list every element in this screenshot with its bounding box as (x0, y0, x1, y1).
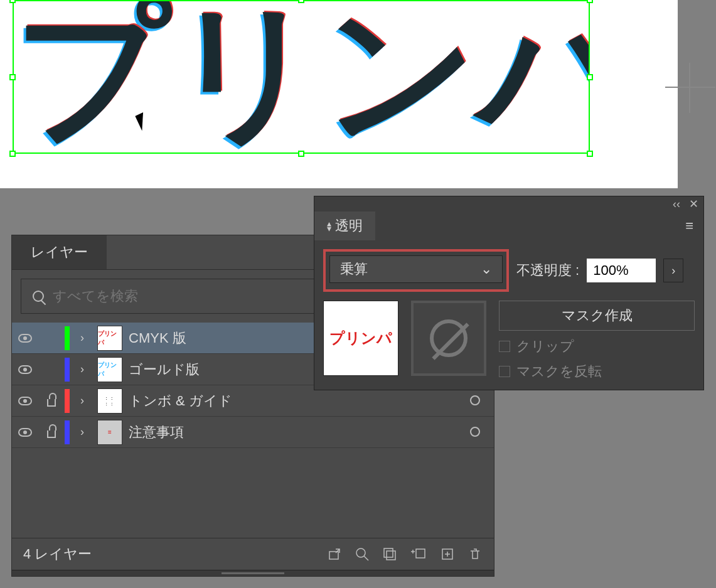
clip-label: クリップ (516, 337, 574, 356)
chevron-down-icon: ⌄ (481, 261, 492, 277)
new-sublayer-icon[interactable] (410, 547, 427, 562)
target-toggle[interactable] (456, 424, 494, 441)
selection-handle-w[interactable] (9, 74, 16, 80)
visibility-toggle[interactable] (12, 428, 38, 437)
expand-toggle[interactable]: › (70, 363, 95, 376)
selected-artwork[interactable]: プリンパ プリンパ プリンパ (13, 0, 590, 163)
transparency-tab-row: ▴▾ 透明 ≡ (314, 211, 703, 240)
layer-name[interactable]: 注意事項 (129, 423, 456, 442)
layers-footer: 4 レイヤー (12, 538, 494, 570)
make-mask-button[interactable]: マスク作成 (499, 301, 695, 331)
locate-icon[interactable] (355, 547, 370, 562)
transparency-thumbnail[interactable]: プリンパ (323, 301, 398, 376)
svg-rect-3 (329, 552, 338, 559)
svg-rect-7 (416, 549, 425, 558)
checkbox-icon (499, 341, 510, 352)
expand-toggle[interactable]: › (70, 394, 95, 407)
selection-handle-sw[interactable] (9, 151, 16, 157)
target-toggle[interactable] (456, 393, 494, 409)
canvas-area[interactable]: プリンパ プリンパ プリンパ (0, 0, 678, 188)
eye-icon (18, 365, 32, 374)
selection-handle-n[interactable] (298, 0, 304, 3)
opacity-label: 不透明度 : (516, 261, 579, 280)
opacity-input[interactable]: 100% (587, 259, 656, 282)
layer-thumbnail: : :: : (97, 388, 122, 414)
transparency-tab-label: 透明 (335, 216, 363, 235)
close-icon[interactable]: ✕ (689, 197, 698, 211)
delete-icon[interactable] (468, 547, 483, 562)
selection-handle-se[interactable] (587, 151, 593, 157)
new-layer-icon[interactable] (440, 547, 455, 562)
svg-rect-6 (387, 551, 395, 560)
layer-color-indicator (65, 389, 70, 413)
panel-resize-grip[interactable] (12, 570, 494, 576)
no-mask-icon (430, 319, 468, 357)
svg-rect-5 (384, 548, 393, 557)
updown-icon: ▴▾ (327, 221, 330, 231)
collect-icon[interactable] (382, 547, 397, 562)
layer-color-indicator (65, 326, 70, 350)
selection-handle-nw[interactable] (9, 0, 16, 3)
lock-icon (47, 399, 56, 407)
layer-count-label: 4 レイヤー (23, 545, 92, 564)
svg-point-4 (356, 548, 365, 557)
visibility-toggle[interactable] (12, 365, 38, 374)
lock-icon (47, 430, 56, 438)
eye-icon (18, 428, 32, 437)
layer-thumbnail: プリンパ (97, 357, 122, 382)
mask-thumbnail[interactable] (411, 301, 486, 376)
panel-titlebar[interactable]: ‹‹ ✕ (314, 196, 703, 211)
expand-toggle[interactable]: › (70, 425, 95, 439)
checkbox-icon (499, 366, 510, 377)
blend-mode-select[interactable]: 乗算 ⌄ (329, 255, 503, 283)
opacity-stepper[interactable]: › (663, 259, 683, 282)
layer-color-indicator (65, 420, 70, 444)
invert-label: マスクを反転 (516, 362, 602, 381)
visibility-toggle[interactable] (12, 397, 38, 405)
selection-handle-ne[interactable] (587, 0, 593, 3)
target-circle-icon (470, 395, 480, 405)
invert-mask-checkbox-row[interactable]: マスクを反転 (499, 362, 695, 381)
visibility-toggle[interactable] (12, 334, 38, 343)
clip-checkbox-row[interactable]: クリップ (499, 337, 695, 356)
export-icon[interactable] (327, 547, 342, 562)
layer-color-indicator (65, 358, 70, 382)
eye-icon (18, 334, 32, 343)
selection-box[interactable] (13, 0, 590, 154)
layer-thumbnail: ≡ (97, 420, 122, 445)
layer-name[interactable]: トンボ & ガイド (129, 392, 456, 410)
panel-menu-icon[interactable]: ≡ (675, 218, 703, 234)
registration-mark (665, 63, 715, 113)
layer-row[interactable]: › ≡ 注意事項 (12, 417, 494, 448)
blend-mode-highlight: 乗算 ⌄ (323, 249, 509, 292)
layer-thumbnail: プリンパ (97, 326, 122, 351)
lock-toggle[interactable] (38, 395, 65, 407)
transparency-tab[interactable]: ▴▾ 透明 (314, 211, 375, 240)
target-circle-icon (470, 427, 480, 437)
layers-tab[interactable]: レイヤー (12, 235, 107, 269)
selection-handle-e[interactable] (587, 74, 593, 80)
eye-icon (18, 397, 32, 405)
expand-toggle[interactable]: › (70, 331, 95, 345)
collapse-icon[interactable]: ‹‹ (673, 198, 680, 211)
lock-toggle[interactable] (38, 427, 65, 438)
search-icon (33, 291, 44, 302)
blend-mode-value: 乗算 (340, 260, 368, 279)
transparency-panel: ‹‹ ✕ ▴▾ 透明 ≡ 乗算 ⌄ 不透明度 : 100% › プリンパ (314, 196, 704, 390)
selection-handle-s[interactable] (298, 151, 304, 157)
